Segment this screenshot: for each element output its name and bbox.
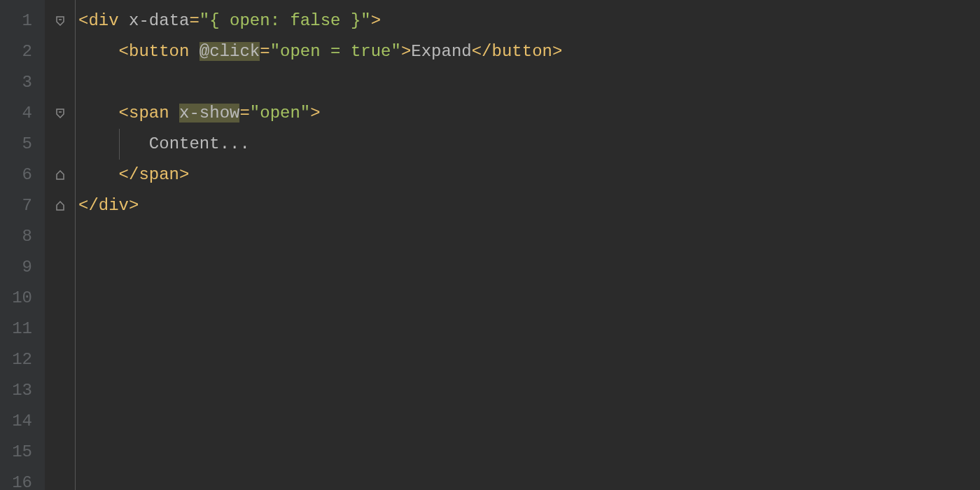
code-line[interactable] — [78, 221, 980, 252]
code-token: x-show — [179, 104, 239, 122]
code-line[interactable] — [78, 375, 980, 406]
code-line[interactable] — [78, 314, 980, 344]
line-number: 11 — [0, 314, 32, 344]
code-line[interactable]: Content... — [78, 129, 980, 160]
line-number: 6 — [0, 160, 32, 190]
line-number: 14 — [0, 406, 32, 437]
line-number: 13 — [0, 375, 32, 406]
code-token: </div> — [78, 196, 139, 215]
code-line[interactable]: </div> — [78, 190, 980, 221]
code-line[interactable]: <button @click="open = true">Expand</but… — [78, 36, 980, 67]
line-number: 15 — [0, 437, 32, 468]
line-number: 2 — [0, 36, 32, 67]
code-token: <button — [119, 42, 200, 61]
code-line[interactable] — [78, 406, 980, 437]
code-token: = — [239, 104, 249, 122]
fold-close-icon[interactable] — [55, 200, 66, 211]
code-token: > — [401, 42, 411, 61]
code-area[interactable]: <div x-data="{ open: false }"> <button @… — [76, 0, 980, 490]
line-number: 5 — [0, 129, 32, 160]
fold-column — [45, 0, 76, 490]
code-token: <span — [119, 104, 179, 122]
code-token: Content... — [149, 134, 250, 153]
code-token: > — [310, 104, 320, 122]
code-token: > — [371, 11, 381, 30]
code-token: "{ open: false }" — [200, 11, 371, 30]
line-number: 7 — [0, 190, 32, 221]
code-line[interactable]: <span x-show="open"> — [78, 98, 980, 129]
code-line[interactable]: </span> — [78, 160, 980, 190]
line-number: 10 — [0, 283, 32, 314]
code-token: @click — [200, 42, 260, 61]
line-number: 8 — [0, 221, 32, 252]
line-number: 4 — [0, 98, 32, 129]
code-line[interactable] — [78, 283, 980, 314]
code-line[interactable] — [78, 252, 980, 283]
fold-open-icon[interactable] — [55, 15, 66, 27]
code-line[interactable]: <div x-data="{ open: false }"> — [78, 6, 980, 36]
code-token: </span> — [119, 165, 190, 184]
code-token: x-data — [129, 11, 189, 30]
code-line[interactable] — [78, 67, 980, 98]
fold-close-icon[interactable] — [55, 169, 66, 181]
code-token: <div — [78, 11, 129, 30]
line-number-gutter: 12345678910111213141516 — [0, 0, 45, 490]
line-number: 16 — [0, 468, 32, 490]
code-token: </button> — [472, 42, 563, 61]
code-token: "open" — [250, 104, 310, 122]
code-token: "open = true" — [270, 42, 401, 61]
line-number: 12 — [0, 344, 32, 375]
code-line[interactable] — [78, 344, 980, 375]
code-editor[interactable]: 12345678910111213141516 <div x-data="{ o… — [0, 0, 980, 490]
code-token: Expand — [411, 42, 471, 61]
line-number: 3 — [0, 67, 32, 98]
code-token: = — [189, 11, 199, 30]
code-line[interactable] — [78, 437, 980, 468]
code-token: = — [260, 42, 270, 61]
line-number: 1 — [0, 6, 32, 36]
code-line[interactable] — [78, 468, 980, 490]
line-number: 9 — [0, 252, 32, 283]
fold-open-icon[interactable] — [55, 108, 66, 119]
